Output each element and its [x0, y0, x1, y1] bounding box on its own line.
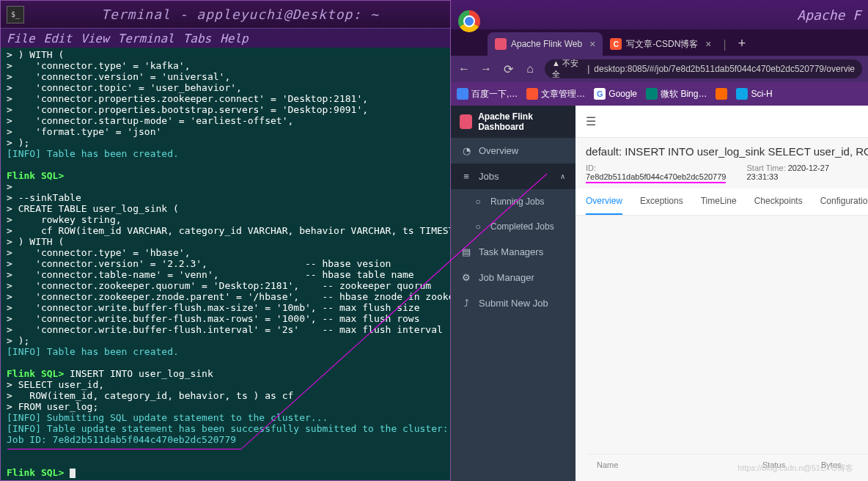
google-icon: G	[594, 88, 606, 100]
tab-strip: Apache Flink Web × C 写文章-CSDN博客 × | +	[451, 29, 868, 56]
chevron-up-icon: ∧	[560, 172, 565, 180]
job-meta: ID: 7e8d2b511dab5f044c470eb2dc520779 Sta…	[575, 161, 868, 188]
bookmark-icon	[457, 88, 468, 100]
sidebar-label: Running Jobs	[490, 197, 544, 207]
watermark: https://blog.csdn.n@51CTO博客	[738, 463, 853, 474]
tab-timeline[interactable]: TimeLine	[701, 188, 737, 215]
sidebar-item-completed-jobs[interactable]: ○Completed Jobs	[451, 214, 575, 239]
sidebar-label: Submit New Job	[479, 298, 548, 309]
sidebar-label: Completed Jobs	[490, 221, 554, 232]
job-id-value: 7e8d2b511dab5f044c470eb2dc520779	[586, 172, 726, 183]
flink-header: ☰	[575, 106, 868, 138]
bookmark-label: 百度一下,…	[471, 88, 518, 100]
sidebar-item-overview[interactable]: ◔Overview	[451, 138, 575, 164]
tab-overview[interactable]: Overview	[586, 188, 622, 215]
bookmark-csdn[interactable]: 文章管理…	[526, 88, 585, 100]
tab-csdn[interactable]: C 写文章-CSDN博客 ×	[603, 32, 718, 56]
menu-view[interactable]: View	[78, 32, 112, 45]
list-icon: ≡	[461, 171, 471, 182]
bookmark-icon	[736, 88, 748, 100]
tab-checkpoints[interactable]: Checkpoints	[754, 188, 803, 215]
dashboard-icon: ◔	[461, 145, 471, 156]
terminal-title: Terminal - appleyuchi@Desktop: ~	[30, 7, 450, 22]
sidebar-label: Job Manager	[479, 272, 534, 283]
bookmark-baidu[interactable]: 百度一下,…	[457, 88, 518, 100]
terminal-window: $_ Terminal - appleyuchi@Desktop: ~ File…	[0, 0, 451, 481]
sidebar-label: Jobs	[479, 171, 499, 182]
job-title: default: INSERT INTO user_log_sink SELEC…	[575, 138, 868, 161]
check-icon: ○	[473, 221, 483, 232]
flink-logo: Apache Flink Dashboard	[451, 106, 575, 138]
terminal-content[interactable]: > ) WITH ( > 'connector.type' = 'kafka',…	[1, 48, 450, 480]
bookmark-bing[interactable]: 微软 Bing…	[646, 88, 707, 100]
close-icon[interactable]: ×	[589, 38, 595, 50]
sidebar-item-jobs[interactable]: ≡Jobs∧	[451, 164, 575, 189]
browser-window: Apache F Apache Flink Web × C 写文章-CSDN博客…	[451, 0, 868, 481]
home-button[interactable]: ⌂	[523, 62, 537, 76]
menu-help[interactable]: Help	[217, 32, 251, 45]
csdn-favicon: C	[610, 38, 622, 50]
bookmark-label: 微软 Bing…	[661, 88, 707, 100]
new-tab-button[interactable]: +	[731, 36, 754, 56]
tab-configuration[interactable]: Configuration	[820, 188, 868, 215]
flink-dashboard: Apache Flink Dashboard ◔Overview ≡Jobs∧ …	[451, 106, 868, 481]
job-tabs: Overview Exceptions TimeLine Checkpoints…	[575, 188, 868, 216]
window-title-right: Apache F	[451, 0, 868, 29]
back-button[interactable]: ←	[457, 62, 471, 76]
url-field[interactable]: ▲ 不安全 | desktop:8085/#/job/7e8d2b511dab5…	[545, 59, 862, 78]
start-time-label: Start Time:	[747, 164, 786, 172]
close-icon[interactable]: ×	[705, 38, 711, 50]
terminal-icon: $_	[7, 6, 24, 23]
sidebar-item-submit-job[interactable]: ⤴Submit New Job	[451, 290, 575, 316]
bookmark-icon	[716, 88, 727, 100]
tab-label: 写文章-CSDN博客	[626, 38, 698, 51]
bookmark-label: Google	[608, 89, 637, 99]
url-text: desktop:8085/#/job/7e8d2b511dab5f044c470…	[594, 64, 855, 74]
forward-button[interactable]: →	[479, 62, 493, 76]
bookmark-icon	[646, 88, 658, 100]
bookmark-icon	[526, 88, 538, 100]
tab-exceptions[interactable]: Exceptions	[640, 188, 683, 215]
gear-icon: ⚙	[461, 272, 471, 283]
terminal-title-bar: $_ Terminal - appleyuchi@Desktop: ~	[1, 1, 450, 29]
url-bar: ← → ⟳ ⌂ ▲ 不安全 | desktop:8085/#/job/7e8d2…	[451, 56, 868, 82]
collapse-sidebar-button[interactable]: ☰	[586, 114, 596, 128]
chrome-icon	[458, 10, 480, 32]
flink-sidebar: Apache Flink Dashboard ◔Overview ≡Jobs∧ …	[451, 106, 575, 481]
bookmark-google[interactable]: GGoogle	[594, 88, 637, 100]
play-icon: ○	[473, 197, 483, 207]
menu-file[interactable]: File	[4, 32, 38, 45]
flink-favicon	[495, 38, 507, 50]
upload-icon: ⤴	[461, 298, 471, 309]
insecure-icon: ▲ 不安全	[552, 59, 583, 78]
brand-text: Apache Flink Dashboard	[478, 111, 567, 132]
bookmark-label: Sci-H	[751, 89, 772, 99]
sidebar-item-job-manager[interactable]: ⚙Job Manager	[451, 265, 575, 290]
reload-button[interactable]: ⟳	[501, 62, 515, 76]
menu-tabs[interactable]: Tabs	[180, 32, 215, 45]
flink-main: ☰ default: INSERT INTO user_log_sink SEL…	[575, 106, 868, 481]
sidebar-label: Overview	[479, 145, 518, 156]
annotation-underline	[7, 449, 242, 449]
tab-separator: |	[719, 38, 731, 56]
sidebar-item-running-jobs[interactable]: ○Running Jobs	[451, 189, 575, 214]
flink-logo-icon	[460, 114, 472, 129]
menu-edit[interactable]: Edit	[41, 32, 76, 45]
bookmark-bar: 百度一下,… 文章管理… GGoogle 微软 Bing… Sci-H	[451, 82, 868, 106]
bookmark-scihub[interactable]: Sci-H	[736, 88, 772, 100]
terminal-menu-bar: File Edit View Terminal Tabs Help	[1, 29, 450, 48]
sidebar-label: Task Managers	[479, 246, 543, 257]
bookmark-label: 文章管理…	[541, 88, 585, 100]
tab-label: Apache Flink Web	[511, 39, 582, 49]
bookmark-item[interactable]	[716, 88, 727, 100]
url-sep: |	[587, 64, 589, 74]
menu-terminal[interactable]: Terminal	[115, 32, 177, 45]
id-label: ID:	[586, 164, 596, 172]
tab-flink[interactable]: Apache Flink Web ×	[488, 32, 603, 56]
